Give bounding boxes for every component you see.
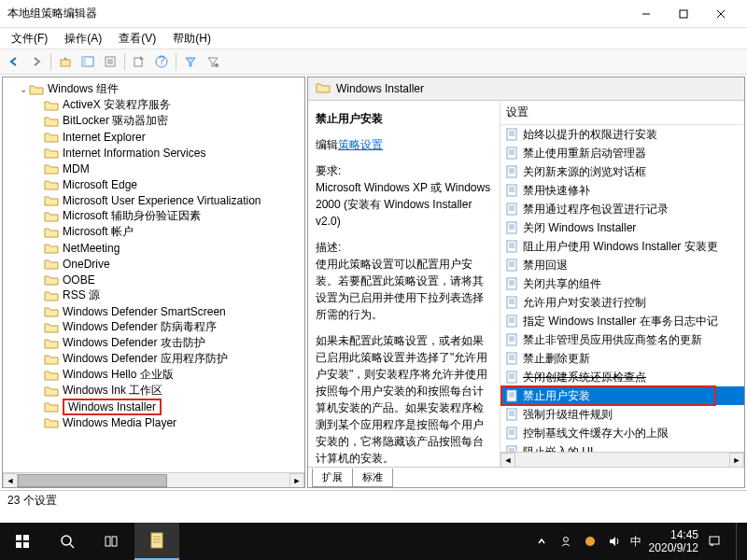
show-desktop-button[interactable]: [736, 523, 741, 560]
tree-label: Windows Defender 防病毒程序: [63, 320, 217, 333]
filter-button[interactable]: [180, 51, 201, 72]
minimize-button[interactable]: [627, 1, 665, 27]
tree-item[interactable]: Internet Explorer: [7, 129, 304, 145]
settings-column-header[interactable]: 设置: [500, 101, 744, 125]
forward-button[interactable]: [26, 51, 47, 72]
settings-item[interactable]: 阻止嵌入的 UI: [500, 442, 744, 452]
show-hide-tree-button[interactable]: [78, 51, 98, 72]
svg-rect-4: [61, 60, 70, 66]
tree-item[interactable]: NetMeeting: [7, 240, 304, 256]
tree-item[interactable]: Microsoft 帐户: [7, 224, 304, 240]
close-button[interactable]: [702, 1, 740, 27]
tree-label: Windows 组件: [48, 81, 119, 97]
back-button[interactable]: [4, 51, 24, 72]
tree-item[interactable]: Windows Defender 攻击防护: [7, 335, 304, 351]
tree-item[interactable]: Windows Hello 企业版: [7, 367, 304, 383]
search-button[interactable]: [45, 523, 90, 560]
tree-item[interactable]: Microsoft Edge: [7, 176, 304, 192]
task-view-button[interactable]: [90, 523, 134, 560]
tree-item[interactable]: OneDrive: [7, 256, 304, 272]
tray-security-icon[interactable]: [582, 533, 599, 550]
menu-view[interactable]: 查看(V): [111, 29, 163, 49]
folder-icon: [44, 305, 59, 318]
tree-item[interactable]: Microsoft User Experience Virtualization: [7, 192, 304, 208]
tray-people-icon[interactable]: [557, 533, 574, 550]
settings-item[interactable]: 关闭创建系统还原检查点: [500, 368, 744, 386]
scroll-right-button[interactable]: ►: [729, 453, 744, 468]
policy-icon: [504, 258, 519, 273]
svg-rect-101: [710, 537, 719, 544]
policy-icon: [504, 314, 519, 329]
folder-icon: [44, 226, 59, 239]
tree-item[interactable]: Windows Defender 应用程序防护: [7, 351, 304, 367]
policy-icon: [504, 183, 519, 198]
tree-root[interactable]: ⌄Windows 组件: [7, 81, 304, 97]
export-button[interactable]: [129, 51, 149, 72]
up-button[interactable]: [55, 51, 76, 72]
settings-item[interactable]: 指定 Windows Installer 在事务日志中记: [500, 312, 744, 330]
notifications-button[interactable]: [706, 533, 723, 550]
properties-button[interactable]: [100, 51, 120, 72]
policy-icon: [504, 239, 519, 254]
scroll-right-button[interactable]: ►: [289, 473, 304, 488]
tree-item[interactable]: Windows Installer: [7, 399, 304, 414]
ime-indicator[interactable]: 中: [630, 534, 641, 550]
tree-item[interactable]: RSS 源: [7, 287, 304, 303]
filter-options-button[interactable]: [203, 51, 223, 72]
chevron-down-icon[interactable]: ⌄: [18, 84, 29, 94]
scroll-left-button[interactable]: ◄: [500, 453, 515, 468]
tab-extended[interactable]: 扩展: [312, 469, 353, 487]
settings-item[interactable]: 允许用户对安装进行控制: [500, 293, 744, 312]
clock[interactable]: 14:45 2020/9/12: [649, 528, 698, 555]
tree-item[interactable]: MDM: [7, 161, 304, 176]
scroll-thumb[interactable]: [18, 474, 167, 487]
tree-item[interactable]: Windows Ink 工作区: [7, 383, 304, 399]
start-button[interactable]: [0, 523, 45, 560]
tray-volume-icon[interactable]: [606, 533, 623, 550]
settings-item[interactable]: 关闭共享的组件: [500, 274, 744, 293]
tree-item[interactable]: OOBE: [7, 272, 304, 287]
settings-item[interactable]: 禁止删除更新: [500, 349, 744, 368]
edit-policy-link[interactable]: 策略设置: [338, 138, 383, 151]
settings-item[interactable]: 强制升级组件规则: [500, 405, 744, 424]
settings-item[interactable]: 禁用快速修补: [500, 181, 744, 200]
settings-label: 指定 Windows Installer 在事务日志中记: [523, 314, 718, 329]
settings-list[interactable]: 始终以提升的权限进行安装禁止使用重新启动管理器关闭新来源的浏览对话框禁用快速修补…: [500, 125, 744, 452]
tree[interactable]: ⌄Windows 组件ActiveX 安装程序服务BitLocker 驱动器加密…: [3, 77, 304, 487]
tab-standard[interactable]: 标准: [353, 469, 393, 487]
tree-item[interactable]: Windows Defender SmartScreen: [7, 303, 304, 319]
tree-label: Windows Defender 攻击防护: [63, 336, 205, 349]
help-button[interactable]: ?: [151, 51, 172, 72]
settings-horizontal-scrollbar[interactable]: ◄ ►: [500, 452, 744, 467]
maximize-button[interactable]: [665, 1, 702, 27]
folder-icon: [44, 273, 59, 287]
menu-action[interactable]: 操作(A): [57, 29, 109, 49]
settings-item[interactable]: 始终以提升的权限进行安装: [500, 125, 744, 144]
settings-item[interactable]: 禁用通过程序包设置进行记录: [500, 200, 744, 218]
svg-rect-71: [507, 390, 516, 401]
policy-icon: [504, 370, 519, 385]
tray-chevron-up-icon[interactable]: [533, 533, 550, 550]
settings-item[interactable]: 禁止非管理员应用供应商签名的更新: [500, 330, 744, 349]
menu-help[interactable]: 帮助(H): [165, 29, 218, 49]
menu-file[interactable]: 文件(F): [4, 29, 55, 49]
tree-item[interactable]: Microsoft 辅助身份验证因素: [7, 208, 304, 224]
tree-item[interactable]: Windows Media Player: [7, 414, 304, 430]
tree-item[interactable]: Windows Defender 防病毒程序: [7, 319, 304, 335]
taskbar-app-gpedit[interactable]: [134, 523, 179, 560]
settings-item[interactable]: 阻止用户使用 Windows Installer 安装更: [500, 237, 744, 256]
folder-icon: [44, 210, 59, 223]
settings-item[interactable]: 禁用回退: [500, 256, 744, 274]
scroll-left-button[interactable]: ◄: [3, 473, 18, 488]
settings-item[interactable]: 控制基线文件缓存大小的上限: [500, 424, 744, 442]
tree-item[interactable]: Internet Information Services: [7, 145, 304, 161]
tree-label: BitLocker 驱动器加密: [63, 114, 168, 127]
tree-horizontal-scrollbar[interactable]: ◄ ►: [3, 472, 304, 487]
tree-item[interactable]: ActiveX 安装程序服务: [7, 97, 304, 113]
tree-item[interactable]: BitLocker 驱动器加密: [7, 113, 304, 129]
svg-rect-88: [23, 535, 29, 540]
settings-item[interactable]: 关闭新来源的浏览对话框: [500, 162, 744, 181]
settings-item[interactable]: 禁止用户安装: [500, 386, 744, 405]
settings-item[interactable]: 禁止使用重新启动管理器: [500, 144, 744, 162]
settings-item[interactable]: 关闭 Windows Installer: [500, 218, 744, 237]
